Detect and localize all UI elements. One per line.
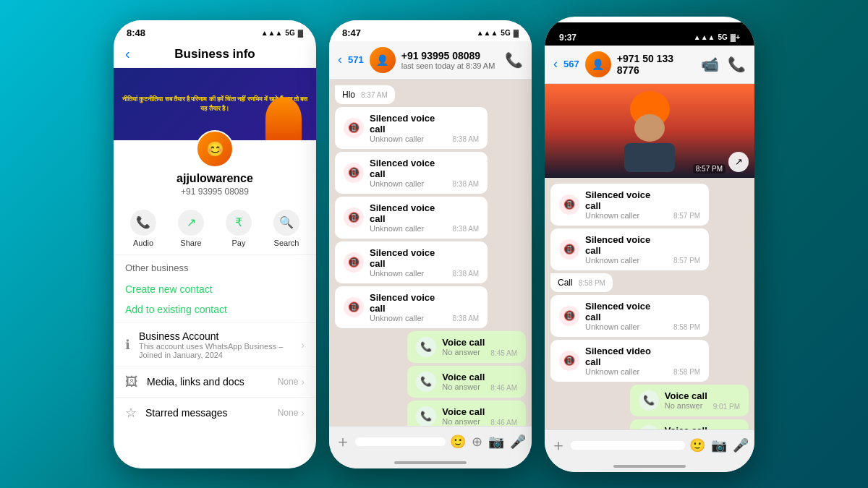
chat-actions-2: 📞 xyxy=(505,51,523,69)
audio-icon: 📞 xyxy=(130,210,156,236)
chat-input-3[interactable] xyxy=(571,441,685,450)
call-time-3: 8:38 AM xyxy=(452,225,479,233)
pay-btn[interactable]: ₹ Pay xyxy=(226,210,252,247)
other-business-label: Other business xyxy=(114,255,316,276)
call-sub-sent-3: No answer xyxy=(442,417,485,426)
media-title: Media, links and docs xyxy=(147,376,269,388)
call-info-2: Silenced voice call Unknown caller xyxy=(370,158,446,188)
time-1: 8:48 xyxy=(127,27,145,38)
chat-input-2[interactable] xyxy=(355,437,446,446)
call-time-sent-2: 8:46 AM xyxy=(490,384,517,392)
profile-avatar-1: 😊 xyxy=(196,130,234,168)
profile-banner: नीतियां कुटनीतिया सब तैयार है परिणाम की … xyxy=(114,68,316,140)
call-icon-4: 📵 xyxy=(344,252,364,273)
p3-call-type-2: Silenced voice call xyxy=(585,234,668,256)
audio-btn[interactable]: 📞 Audio xyxy=(130,210,156,247)
p3-call-3: 📵 Silenced voice call Unknown caller 8:5… xyxy=(550,295,709,337)
dynamic-island xyxy=(613,22,686,43)
chat-input-bar-3: ＋ 🙂 📷 🎤 xyxy=(545,429,754,461)
p3-call-icon-video: 📵 xyxy=(559,351,579,371)
media-row[interactable]: 🖼 Media, links and docs None › xyxy=(114,367,316,397)
chat-contact-info-2: +91 93995 08089 last seen today at 8:39 … xyxy=(401,50,499,70)
chat-plus-2[interactable]: ＋ xyxy=(335,431,351,453)
chat-plus-3[interactable]: ＋ xyxy=(550,435,566,456)
camera-icon-2[interactable]: 📷 xyxy=(488,434,504,450)
banner-image xyxy=(265,97,302,140)
action-buttons-1: 📞 Audio ↗ Share ₹ Pay 🔍 Search xyxy=(114,202,316,255)
call-bubble-5: 📵 Silenced voice call Unknown caller 8:3… xyxy=(335,286,488,328)
p3-call-1: 📵 Silenced voice call Unknown caller 8:5… xyxy=(550,184,709,226)
share-btn[interactable]: ↗ Share xyxy=(178,210,204,247)
chat-header-3: ‹ 567 👤 +971 50 133 8776 📹 📞 xyxy=(545,46,754,84)
call-icon-2: 📵 xyxy=(344,163,364,183)
phone-2: 8:47 ▲▲▲ 5G ▓ ‹ 571 👤 +91 93995 08089 la… xyxy=(329,20,532,468)
status-icons-1: ▲▲▲ 5G ▓ xyxy=(261,29,303,37)
attach-icon-2[interactable]: ⊕ xyxy=(472,434,482,450)
business-account-row[interactable]: ℹ Business Account This account uses Wha… xyxy=(114,322,316,367)
p3-call-sent-info-1: Voice call No answer xyxy=(665,390,707,410)
mic-icon-3[interactable]: 🎤 xyxy=(733,437,749,453)
p3-call-sent-type-1: Voice call xyxy=(665,390,707,401)
video-call-icon-3[interactable]: 📹 xyxy=(701,56,719,73)
add-existing-link[interactable]: Add to existing contact xyxy=(125,299,305,320)
chat-avatar-2: 👤 xyxy=(370,47,396,73)
call-time-4: 8:38 AM xyxy=(452,270,479,278)
profile-name-1: ajjulowarence xyxy=(176,172,253,185)
chat-count-3: 567 xyxy=(563,59,579,69)
share-label: Share xyxy=(180,239,201,247)
network-2: 5G xyxy=(501,29,510,37)
create-contact-link[interactable]: Create new contact xyxy=(125,279,305,299)
chat-count-2: 571 xyxy=(348,54,364,65)
call-icon-green-2: 📞 xyxy=(416,372,436,392)
p3-call-sub-2: Unknown caller xyxy=(585,256,668,265)
network-1: 5G xyxy=(285,29,294,37)
hero-timestamp-3: 8:57 PM xyxy=(693,164,726,174)
msg-time-hlo: 8:37 AM xyxy=(361,91,388,99)
chat-body-wrap-3: 📵 Silenced voice call Unknown caller 8:5… xyxy=(545,178,754,429)
status-bar-1: 8:48 ▲▲▲ 5G ▓ xyxy=(114,20,316,41)
call-type-sent-3: Voice call xyxy=(442,406,485,417)
sticker-icon-3[interactable]: 🙂 xyxy=(689,437,705,453)
chat-body-wrap-2: Hlo 8:37 AM 📵 Silenced voice call Unknow… xyxy=(329,80,532,426)
camera-icon-3[interactable]: 📷 xyxy=(711,437,727,453)
p3-call-type-video: Silenced video call xyxy=(585,346,668,367)
voice-call-icon-3[interactable]: 📞 xyxy=(728,56,746,73)
search-btn[interactable]: 🔍 Search xyxy=(273,210,299,247)
chat-back-3[interactable]: ‹ xyxy=(553,56,558,72)
call-info-sent-2: Voice call No answer xyxy=(442,372,485,391)
hero-person-3 xyxy=(545,84,754,178)
p3-call-video: 📵 Silenced video call Unknown caller 8:5… xyxy=(550,340,709,382)
signal-icon-2: ▲▲▲ xyxy=(477,29,498,37)
p3-call-time-2: 8:57 PM xyxy=(673,257,700,265)
starred-title: Starred messages xyxy=(145,407,269,419)
call-type-4: Silenced voice call xyxy=(370,247,446,269)
contact-links: Create new contact Add to existing conta… xyxy=(114,276,316,322)
chat-back-2[interactable]: ‹ xyxy=(338,52,342,67)
call-type-2: Silenced voice call xyxy=(370,158,446,179)
starred-icon: ☆ xyxy=(125,405,137,421)
home-bar-2 xyxy=(394,461,467,464)
profile-phone-1: +91 93995 08089 xyxy=(181,187,249,197)
p3-call-sub-video: Unknown caller xyxy=(585,367,668,376)
p3-call-icon-3: 📵 xyxy=(559,306,579,326)
p3-call-sent-1: 📞 Voice call No answer 9:01 PM xyxy=(630,385,749,416)
sticker-icon-2[interactable]: 🙂 xyxy=(450,434,466,450)
call-type-sent-1: Voice call xyxy=(442,337,485,348)
media-right: None › xyxy=(278,376,305,388)
battery-1: ▓ xyxy=(298,29,303,37)
signal-icon-3: ▲▲▲ xyxy=(694,33,715,41)
mic-icon-2[interactable]: 🎤 xyxy=(510,434,526,450)
back-button-1[interactable]: ‹ xyxy=(125,46,130,62)
call-sub-sent-1: No answer xyxy=(442,348,485,356)
p3-call-time-1: 8:57 PM xyxy=(673,212,700,220)
profile-info: 😊 ajjulowarence +91 93995 08089 xyxy=(114,140,316,202)
call-sub-3: Unknown caller xyxy=(370,224,446,233)
call-info-sent-1: Voice call No answer xyxy=(442,337,485,356)
chat-contact-info-3: +971 50 133 8776 xyxy=(617,53,695,76)
call-add-icon-2[interactable]: 📞 xyxy=(505,51,523,69)
audio-label: Audio xyxy=(133,239,153,247)
chat-actions-3: 📹 📞 xyxy=(701,56,746,73)
starred-row[interactable]: ☆ Starred messages None › xyxy=(114,397,316,428)
call-bubble-sent-3: 📞 Voice call No answer 8:46 AM xyxy=(407,401,526,426)
battery-3: ▓+ xyxy=(731,33,740,41)
